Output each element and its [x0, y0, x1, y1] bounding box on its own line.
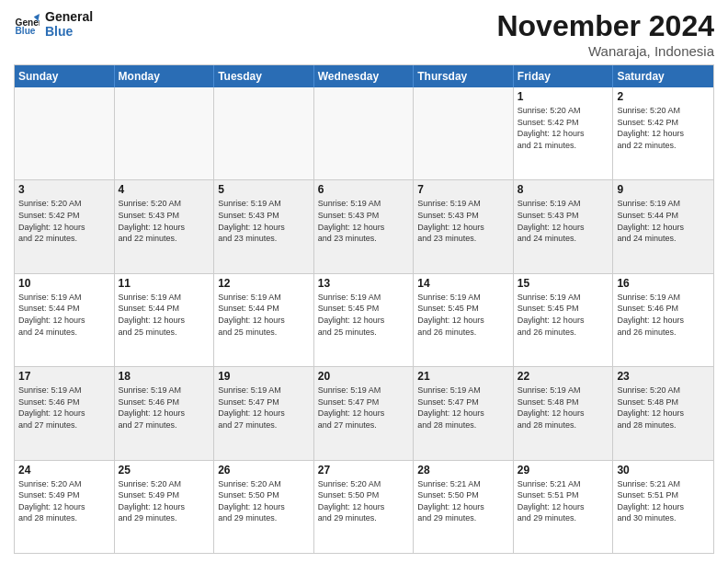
- calendar-cell: [15, 87, 115, 179]
- day-number: 9: [617, 183, 710, 196]
- day-number: 2: [617, 90, 710, 103]
- header-day-monday: Monday: [115, 65, 215, 87]
- header-day-tuesday: Tuesday: [214, 65, 314, 87]
- day-info: Sunrise: 5:20 AM Sunset: 5:49 PM Dayligh…: [18, 478, 110, 524]
- calendar-cell: 19Sunrise: 5:19 AM Sunset: 5:47 PM Dayli…: [214, 367, 314, 459]
- svg-text:Blue: Blue: [16, 26, 36, 36]
- day-info: Sunrise: 5:19 AM Sunset: 5:44 PM Dayligh…: [218, 292, 310, 338]
- day-number: 8: [518, 183, 609, 196]
- day-info: Sunrise: 5:20 AM Sunset: 5:48 PM Dayligh…: [617, 385, 710, 431]
- day-number: 13: [318, 277, 410, 290]
- calendar-cell: 3Sunrise: 5:20 AM Sunset: 5:42 PM Daylig…: [15, 180, 115, 272]
- day-info: Sunrise: 5:21 AM Sunset: 5:51 PM Dayligh…: [518, 478, 609, 524]
- header-day-friday: Friday: [514, 65, 614, 87]
- day-number: 7: [417, 183, 509, 196]
- day-number: 22: [518, 370, 609, 383]
- calendar-cell: 11Sunrise: 5:19 AM Sunset: 5:44 PM Dayli…: [115, 274, 215, 366]
- day-info: Sunrise: 5:19 AM Sunset: 5:45 PM Dayligh…: [417, 292, 509, 338]
- calendar-week-1: 1Sunrise: 5:20 AM Sunset: 5:42 PM Daylig…: [15, 87, 713, 179]
- calendar-cell: 17Sunrise: 5:19 AM Sunset: 5:46 PM Dayli…: [15, 367, 115, 459]
- calendar-week-4: 17Sunrise: 5:19 AM Sunset: 5:46 PM Dayli…: [15, 366, 713, 459]
- calendar-cell: [115, 87, 215, 179]
- calendar: SundayMondayTuesdayWednesdayThursdayFrid…: [14, 64, 714, 554]
- day-number: 12: [218, 277, 310, 290]
- day-info: Sunrise: 5:19 AM Sunset: 5:46 PM Dayligh…: [18, 385, 110, 431]
- calendar-header: SundayMondayTuesdayWednesdayThursdayFrid…: [15, 65, 713, 87]
- header-day-wednesday: Wednesday: [314, 65, 415, 87]
- calendar-cell: 18Sunrise: 5:19 AM Sunset: 5:46 PM Dayli…: [115, 367, 215, 459]
- calendar-cell: 2Sunrise: 5:20 AM Sunset: 5:42 PM Daylig…: [613, 87, 713, 179]
- day-number: 23: [617, 370, 710, 383]
- day-info: Sunrise: 5:19 AM Sunset: 5:45 PM Dayligh…: [518, 292, 609, 338]
- calendar-cell: 28Sunrise: 5:21 AM Sunset: 5:50 PM Dayli…: [414, 461, 514, 553]
- title-block: November 2024 Wanaraja, Indonesia: [496, 9, 714, 59]
- day-info: Sunrise: 5:19 AM Sunset: 5:44 PM Dayligh…: [119, 292, 210, 338]
- calendar-cell: [314, 87, 415, 179]
- day-info: Sunrise: 5:19 AM Sunset: 5:46 PM Dayligh…: [119, 385, 210, 431]
- day-number: 21: [417, 370, 509, 383]
- calendar-cell: 16Sunrise: 5:19 AM Sunset: 5:46 PM Dayli…: [613, 274, 713, 366]
- logo-line2: Blue: [45, 24, 93, 39]
- day-info: Sunrise: 5:21 AM Sunset: 5:50 PM Dayligh…: [417, 478, 509, 524]
- calendar-cell: 13Sunrise: 5:19 AM Sunset: 5:45 PM Dayli…: [314, 274, 415, 366]
- day-info: Sunrise: 5:19 AM Sunset: 5:47 PM Dayligh…: [218, 385, 310, 431]
- calendar-cell: 30Sunrise: 5:21 AM Sunset: 5:51 PM Dayli…: [613, 461, 713, 553]
- day-number: 24: [18, 464, 110, 477]
- day-info: Sunrise: 5:20 AM Sunset: 5:42 PM Dayligh…: [18, 198, 110, 244]
- calendar-week-5: 24Sunrise: 5:20 AM Sunset: 5:49 PM Dayli…: [15, 460, 713, 553]
- day-number: 25: [119, 464, 210, 477]
- day-info: Sunrise: 5:20 AM Sunset: 5:50 PM Dayligh…: [218, 478, 310, 524]
- day-number: 29: [518, 464, 609, 477]
- header-day-sunday: Sunday: [15, 65, 115, 87]
- calendar-cell: 25Sunrise: 5:20 AM Sunset: 5:49 PM Dayli…: [115, 461, 215, 553]
- day-info: Sunrise: 5:19 AM Sunset: 5:47 PM Dayligh…: [318, 385, 410, 431]
- calendar-week-3: 10Sunrise: 5:19 AM Sunset: 5:44 PM Dayli…: [15, 273, 713, 366]
- calendar-body: 1Sunrise: 5:20 AM Sunset: 5:42 PM Daylig…: [15, 87, 713, 553]
- day-info: Sunrise: 5:19 AM Sunset: 5:48 PM Dayligh…: [518, 385, 609, 431]
- calendar-cell: 24Sunrise: 5:20 AM Sunset: 5:49 PM Dayli…: [15, 461, 115, 553]
- logo-icon: General Blue: [14, 11, 40, 37]
- page-header: General Blue General Blue November 2024 …: [14, 9, 714, 59]
- calendar-cell: [214, 87, 314, 179]
- calendar-cell: 4Sunrise: 5:20 AM Sunset: 5:43 PM Daylig…: [115, 180, 215, 272]
- calendar-cell: 10Sunrise: 5:19 AM Sunset: 5:44 PM Dayli…: [15, 274, 115, 366]
- day-number: 3: [18, 183, 110, 196]
- calendar-week-2: 3Sunrise: 5:20 AM Sunset: 5:42 PM Daylig…: [15, 179, 713, 272]
- day-info: Sunrise: 5:19 AM Sunset: 5:43 PM Dayligh…: [318, 198, 410, 244]
- day-number: 17: [18, 370, 110, 383]
- day-number: 6: [318, 183, 410, 196]
- logo: General Blue General Blue: [14, 9, 93, 39]
- day-info: Sunrise: 5:19 AM Sunset: 5:47 PM Dayligh…: [417, 385, 509, 431]
- day-number: 14: [417, 277, 509, 290]
- day-info: Sunrise: 5:21 AM Sunset: 5:51 PM Dayligh…: [617, 478, 710, 524]
- day-number: 1: [518, 90, 609, 103]
- day-number: 4: [119, 183, 210, 196]
- day-number: 18: [119, 370, 210, 383]
- calendar-cell: 21Sunrise: 5:19 AM Sunset: 5:47 PM Dayli…: [414, 367, 514, 459]
- day-info: Sunrise: 5:19 AM Sunset: 5:43 PM Dayligh…: [218, 198, 310, 244]
- calendar-cell: [414, 87, 514, 179]
- day-info: Sunrise: 5:19 AM Sunset: 5:45 PM Dayligh…: [318, 292, 410, 338]
- day-number: 26: [218, 464, 310, 477]
- calendar-cell: 29Sunrise: 5:21 AM Sunset: 5:51 PM Dayli…: [514, 461, 614, 553]
- calendar-cell: 9Sunrise: 5:19 AM Sunset: 5:44 PM Daylig…: [613, 180, 713, 272]
- day-number: 10: [18, 277, 110, 290]
- calendar-cell: 6Sunrise: 5:19 AM Sunset: 5:43 PM Daylig…: [314, 180, 415, 272]
- day-info: Sunrise: 5:20 AM Sunset: 5:42 PM Dayligh…: [518, 105, 609, 151]
- day-info: Sunrise: 5:20 AM Sunset: 5:42 PM Dayligh…: [617, 105, 710, 151]
- location-title: Wanaraja, Indonesia: [496, 43, 714, 59]
- day-number: 19: [218, 370, 310, 383]
- day-info: Sunrise: 5:19 AM Sunset: 5:46 PM Dayligh…: [617, 292, 710, 338]
- day-info: Sunrise: 5:19 AM Sunset: 5:44 PM Dayligh…: [617, 198, 710, 244]
- day-info: Sunrise: 5:19 AM Sunset: 5:43 PM Dayligh…: [417, 198, 509, 244]
- header-day-thursday: Thursday: [414, 65, 514, 87]
- day-info: Sunrise: 5:20 AM Sunset: 5:43 PM Dayligh…: [119, 198, 210, 244]
- calendar-cell: 14Sunrise: 5:19 AM Sunset: 5:45 PM Dayli…: [414, 274, 514, 366]
- day-info: Sunrise: 5:19 AM Sunset: 5:43 PM Dayligh…: [518, 198, 609, 244]
- calendar-cell: 26Sunrise: 5:20 AM Sunset: 5:50 PM Dayli…: [214, 461, 314, 553]
- day-number: 30: [617, 464, 710, 477]
- day-number: 28: [417, 464, 509, 477]
- calendar-cell: 27Sunrise: 5:20 AM Sunset: 5:50 PM Dayli…: [314, 461, 415, 553]
- calendar-cell: 7Sunrise: 5:19 AM Sunset: 5:43 PM Daylig…: [414, 180, 514, 272]
- day-info: Sunrise: 5:20 AM Sunset: 5:49 PM Dayligh…: [119, 478, 210, 524]
